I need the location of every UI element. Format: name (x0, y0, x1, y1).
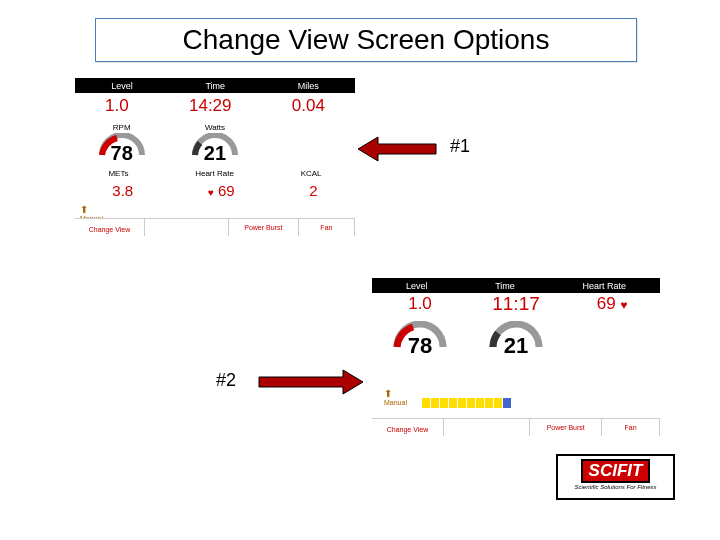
label-1: #1 (450, 136, 470, 157)
title-box: Change View Screen Options (95, 18, 637, 62)
heart-icon: ♥ (208, 187, 214, 198)
change-view-button[interactable]: Change View (75, 218, 145, 236)
fan-button[interactable]: Fan (299, 218, 355, 236)
panel1-values: 1.0 14:29 0.04 (75, 93, 355, 119)
hdr-level: Level (111, 81, 133, 91)
hdr2-time: Time (495, 281, 515, 291)
hdr-miles: Miles (298, 81, 319, 91)
hr-label: Heart Rate (195, 169, 234, 178)
hdr2-level: Level (406, 281, 428, 291)
hdr2-hr: Heart Rate (583, 281, 627, 291)
arrow-2 (258, 367, 363, 397)
hr-value: ♥69 (208, 182, 235, 199)
kcal-label: KCAL (301, 169, 322, 178)
hdr-time: Time (205, 81, 225, 91)
power-burst-button-2[interactable]: Power Burst (530, 418, 602, 436)
panel2-header: Level Time Heart Rate (372, 278, 660, 293)
progress-bar (422, 398, 522, 408)
panel1-subvalues: 3.8 ♥69 2 (75, 179, 355, 201)
gauge2-2-value: 21 (476, 335, 556, 357)
logo-tagline: Scientific Solutions For Fitness (558, 484, 673, 490)
gauge2-1-value: 78 (380, 335, 460, 357)
mets-label: METs (108, 169, 128, 178)
panel2-gauges: 78 21 (372, 315, 660, 363)
button-spacer-2 (444, 418, 530, 436)
page-title: Change View Screen Options (183, 24, 550, 56)
val2-time: 11:17 (468, 293, 564, 315)
arrow-1 (358, 134, 438, 164)
screen-option-1: Level Time Miles 1.0 14:29 0.04 RPM 78 W… (75, 78, 355, 236)
button-spacer (145, 218, 229, 236)
panel2-values: 1.0 11:17 69 ♥ (372, 293, 660, 315)
mets-value: 3.8 (112, 182, 133, 199)
val2-level: 1.0 (372, 294, 468, 314)
panel2-buttons: Change View Power Burst Fan (372, 418, 660, 436)
screen-option-2: Level Time Heart Rate 1.0 11:17 69 ♥ 78 … (372, 278, 660, 436)
val-time: 14:29 (189, 96, 232, 116)
label-2: #2 (216, 370, 236, 391)
heart-icon: ♥ (620, 298, 627, 312)
fan-button-2[interactable]: Fan (602, 418, 660, 436)
rpm-label: RPM (82, 123, 162, 132)
svg-marker-1 (259, 370, 363, 394)
panel1-subheader: METs Heart Rate KCAL (75, 167, 355, 179)
watts-label: Watts (175, 123, 255, 132)
svg-marker-0 (358, 137, 436, 161)
power-burst-button[interactable]: Power Burst (229, 218, 299, 236)
change-view-button-2[interactable]: Change View (372, 418, 444, 436)
val2-hr: 69 ♥ (564, 294, 660, 314)
val-miles: 0.04 (292, 96, 325, 116)
manual-icon-2: ⬆Manual (384, 388, 407, 406)
panel1-gauges: RPM 78 Watts 21 (75, 119, 355, 167)
panel1-buttons: Change View Power Burst Fan (75, 218, 355, 236)
kcal-value: 2 (309, 182, 317, 199)
panel1-header: Level Time Miles (75, 78, 355, 93)
val-level: 1.0 (105, 96, 129, 116)
watts-value: 21 (175, 143, 255, 163)
scifit-logo: SCIFIT Scientific Solutions For Fitness (556, 454, 675, 500)
rpm-value: 78 (82, 143, 162, 163)
logo-text: SCIFIT (581, 459, 651, 483)
